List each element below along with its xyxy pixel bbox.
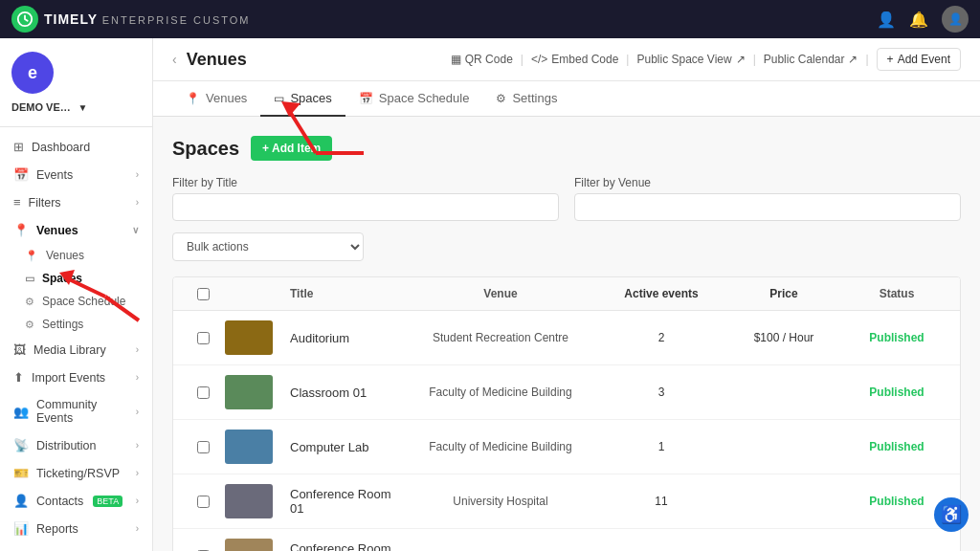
accessibility-button[interactable]: ♿ — [934, 497, 969, 532]
sidebar: e DEMO VENUE MANAGEMEN ▼ ⊞ Dashboard 📅 E… — [0, 38, 153, 551]
tab-space-schedule-label: Space Schedule — [379, 91, 470, 105]
qr-code-link[interactable]: ▦ QR Code — [451, 53, 513, 66]
add-item-button[interactable]: + Add Item — [251, 136, 332, 161]
sidebar-subitem-spaces[interactable]: ▭ Spaces — [0, 267, 152, 290]
sidebar-item-filters[interactable]: ≡ Filters › — [0, 188, 152, 216]
row-thumbnail — [225, 320, 273, 355]
row-thumbnail — [225, 375, 273, 409]
public-calendar-label: Public Calendar — [764, 53, 845, 66]
sidebar-item-dashboard[interactable]: ⊞ Dashboard — [0, 133, 152, 161]
table-row: Classroom 01 Faculty of Medicine Buildin… — [173, 365, 960, 420]
user-icon[interactable]: 👤 — [877, 11, 896, 29]
table-row: Computer Lab Faculty of Medicine Buildin… — [173, 420, 960, 474]
spaces-content: Spaces + Add Item Filter by Title Filter… — [153, 117, 980, 551]
row-title[interactable]: Conference Room 02 — [290, 541, 397, 551]
table-row: Conference Room 01 University Hospital 1… — [173, 474, 960, 529]
collapse-sidebar-button[interactable]: ‹ — [172, 52, 177, 67]
sidebar-item-community-events[interactable]: 👥 Community Events › — [0, 391, 152, 431]
table-row: Auditorium Student Recreation Centre 2 $… — [173, 311, 960, 365]
space-schedule-tab-icon: 📅 — [359, 92, 373, 105]
sidebar-item-ticketing[interactable]: 🎫 Ticketing/RSVP › — [0, 459, 152, 487]
sidebar-nav: ⊞ Dashboard 📅 Events › ≡ Filters › 📍 Ven… — [0, 127, 152, 551]
spaces-header: Spaces + Add Item — [172, 136, 961, 161]
filter-title-input[interactable] — [172, 193, 559, 221]
filters-icon: ≡ — [13, 195, 21, 209]
row-title[interactable]: Computer Lab — [290, 440, 397, 454]
row-venue: University Hospital — [405, 495, 596, 508]
sidebar-item-label: Filters — [29, 196, 61, 209]
sidebar-subitem-venues[interactable]: 📍 Venues — [0, 244, 152, 267]
sidebar-item-events[interactable]: 📅 Events › — [0, 161, 152, 188]
row-active-events: 2 — [604, 331, 719, 344]
filter-venue-input[interactable] — [574, 193, 961, 221]
content-header-right: ▦ QR Code | </> Embed Code | Public Spac… — [451, 48, 961, 71]
sidebar-item-import-events[interactable]: ⬆ Import Events › — [0, 364, 152, 391]
row-thumbnail — [225, 539, 273, 551]
sidebar-item-reports[interactable]: 📊 Reports › — [0, 515, 152, 542]
separator: | — [626, 53, 629, 66]
row-checkbox[interactable] — [197, 496, 210, 508]
table-row: Conference Room 02 Student Recreation Ce… — [173, 529, 960, 551]
org-name: DEMO VENUE MANAGEMEN — [11, 101, 75, 113]
sidebar-item-venues[interactable]: 📍 Venues ∨ — [0, 216, 152, 244]
filter-venue-label: Filter by Venue — [574, 176, 961, 189]
spaces-sub-icon: ▭ — [25, 273, 34, 285]
filter-venue-group: Filter by Venue — [574, 176, 961, 221]
contacts-icon: 👤 — [13, 494, 29, 508]
sidebar-subitem-label: Venues — [46, 249, 84, 262]
logo-icon — [11, 6, 38, 33]
public-space-view-link[interactable]: Public Space View ↗ — [636, 53, 745, 66]
add-event-button[interactable]: + Add Event — [877, 48, 961, 71]
sidebar-item-label: Venues — [36, 224, 78, 237]
table-header: Title Venue Active events Price Status — [173, 277, 960, 311]
topnav-actions: 👤 🔔 👤 — [877, 6, 969, 33]
chevron-right-icon: › — [136, 344, 139, 355]
row-title[interactable]: Classroom 01 — [290, 386, 397, 400]
sidebar-item-distribution[interactable]: 📡 Distribution › — [0, 431, 152, 459]
venue-sub-icon: 📍 — [25, 250, 38, 262]
org-dropdown[interactable]: DEMO VENUE MANAGEMEN ▼ — [11, 101, 141, 113]
sidebar-subitem-space-schedule[interactable]: ⚙ Space Schedule — [0, 290, 152, 313]
row-active-events: 1 — [604, 440, 719, 453]
sidebar-item-media-library[interactable]: 🖼 Media Library › — [0, 336, 152, 364]
sidebar-logo-area: e DEMO VENUE MANAGEMEN ▼ — [0, 38, 152, 127]
row-status: Published — [849, 331, 945, 344]
plus-icon: + — [887, 53, 894, 66]
row-active-events: 3 — [604, 386, 719, 399]
bulk-actions-row: Bulk actions — [172, 232, 961, 261]
content-header-left: ‹ Venues — [172, 50, 247, 70]
accessibility-icon: ♿ — [941, 504, 962, 525]
bell-icon[interactable]: 🔔 — [909, 11, 928, 29]
beta-badge: BETA — [93, 496, 122, 507]
settings-tab-icon: ⚙ — [496, 92, 506, 105]
top-navigation: TIMELY ENTERPRISE CUSTOM 👤 🔔 👤 — [0, 0, 980, 38]
bulk-actions-select[interactable]: Bulk actions — [172, 232, 364, 261]
avatar[interactable]: 👤 — [942, 6, 969, 33]
public-calendar-link[interactable]: Public Calendar ↗ — [764, 53, 858, 66]
row-checkbox[interactable] — [197, 332, 210, 344]
sidebar-item-contacts[interactable]: 👤 Contacts BETA › — [0, 487, 152, 515]
qr-code-label: QR Code — [465, 53, 513, 66]
separator: | — [865, 53, 868, 66]
sidebar-avatar: e — [11, 52, 54, 94]
brand-name: TIMELY ENTERPRISE CUSTOM — [44, 11, 251, 27]
tab-settings[interactable]: ⚙ Settings — [482, 81, 570, 117]
th-status: Status — [849, 287, 945, 300]
sidebar-item-label: Import Events — [32, 371, 105, 385]
tab-spaces[interactable]: ▭ Spaces — [260, 81, 345, 117]
sidebar-subitem-settings[interactable]: ⚙ Settings — [0, 313, 152, 336]
row-title[interactable]: Auditorium — [290, 331, 397, 345]
tab-space-schedule[interactable]: 📅 Space Schedule — [345, 81, 483, 117]
tab-venues[interactable]: 📍 Venues — [172, 81, 260, 117]
row-title[interactable]: Conference Room 01 — [290, 487, 397, 516]
settings-sub-icon: ⚙ — [25, 319, 34, 331]
select-all-checkbox[interactable] — [197, 288, 210, 300]
chevron-right-icon: › — [136, 407, 139, 417]
row-checkbox[interactable] — [197, 441, 210, 453]
tabs-bar: 📍 Venues ▭ Spaces 📅 Space Schedule ⚙ Set… — [153, 81, 980, 117]
embed-code-link[interactable]: </> Embed Code — [531, 53, 618, 66]
sidebar-item-settings[interactable]: ⚙ Settings › — [0, 542, 152, 551]
brand-logo: TIMELY ENTERPRISE CUSTOM — [11, 6, 251, 33]
row-checkbox[interactable] — [197, 386, 210, 399]
row-venue: Faculty of Medicine Building — [405, 386, 596, 399]
